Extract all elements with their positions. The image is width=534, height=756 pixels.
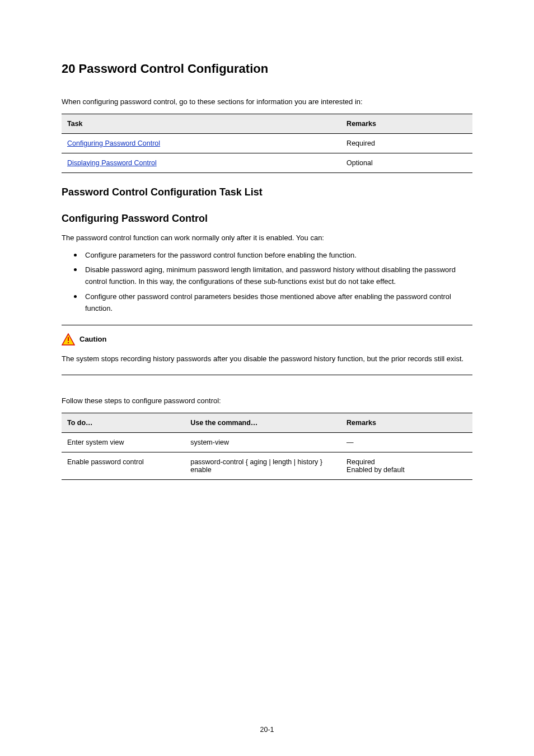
- col-task: Task: [62, 114, 341, 133]
- caution-header: Caution: [62, 333, 472, 346]
- table-header-row: To do… Use the command… Remarks: [62, 413, 472, 433]
- list-item: Configure other password control paramet…: [77, 291, 472, 315]
- cmd-cell: password-control { aging | length | hist…: [185, 452, 341, 480]
- col-cmd: Use the command…: [185, 413, 341, 433]
- caution-text: The system stops recording history passw…: [62, 353, 472, 365]
- task-cell: Displaying Password Control: [62, 153, 341, 172]
- col-todo: To do…: [62, 413, 185, 433]
- table-row: Enable password control password-control…: [62, 452, 472, 480]
- col-remarks: Remarks: [341, 413, 472, 433]
- page-number: 20-1: [0, 726, 534, 734]
- todo-cell: Enter system view: [62, 433, 185, 452]
- section-title-tasklist: Password Control Configuration Task List: [62, 186, 472, 198]
- config-intro-paragraph: The password control function can work n…: [62, 232, 472, 244]
- col-remarks: Remarks: [341, 114, 472, 133]
- task-link-configuring[interactable]: Configuring Password Control: [67, 139, 160, 147]
- steps-table: To do… Use the command… Remarks Enter sy…: [62, 413, 472, 480]
- bullet-list: Configure parameters for the password co…: [62, 250, 472, 315]
- steps-intro: Follow these steps to configure password…: [62, 395, 472, 407]
- todo-cell: Enable password control: [62, 452, 185, 480]
- svg-rect-2: [68, 342, 69, 343]
- cmd-cell: system-view: [185, 433, 341, 452]
- task-list-table: Task Remarks Configuring Password Contro…: [62, 114, 472, 173]
- list-item: Configure parameters for the password co…: [77, 250, 472, 262]
- table-header-row: Task Remarks: [62, 114, 472, 133]
- warning-triangle-icon: [62, 333, 75, 346]
- remark-cell: Required: [341, 133, 472, 153]
- table-row: Displaying Password Control Optional: [62, 153, 472, 172]
- table-row: Enter system view system-view —: [62, 433, 472, 452]
- task-link-displaying[interactable]: Displaying Password Control: [67, 159, 157, 167]
- task-cell: Configuring Password Control: [62, 133, 341, 153]
- page-title: 20 Password Control Configuration: [62, 62, 472, 76]
- section-title-config: Configuring Password Control: [62, 213, 472, 225]
- intro-paragraph: When configuring password control, go to…: [62, 96, 472, 108]
- remark-cell: Optional: [341, 153, 472, 172]
- svg-rect-1: [68, 337, 69, 341]
- remark-cell: Required Enabled by default: [341, 452, 472, 480]
- remark-cell: —: [341, 433, 472, 452]
- list-item: Disable password aging, minimum password…: [77, 264, 472, 288]
- caution-label: Caution: [79, 335, 106, 343]
- table-row: Configuring Password Control Required: [62, 133, 472, 153]
- caution-box: Caution The system stops recording histo…: [62, 325, 472, 376]
